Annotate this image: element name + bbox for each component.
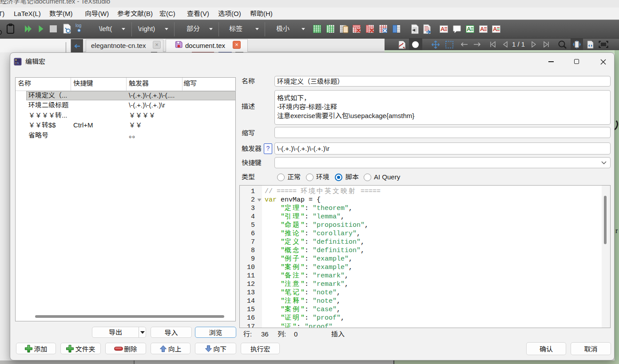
svg-text:TX: TX (15, 61, 19, 65)
svg-text:A: A (467, 26, 471, 32)
svg-text:A: A (493, 26, 497, 32)
svg-text:A: A (480, 26, 484, 32)
svg-text:A: A (440, 26, 445, 32)
